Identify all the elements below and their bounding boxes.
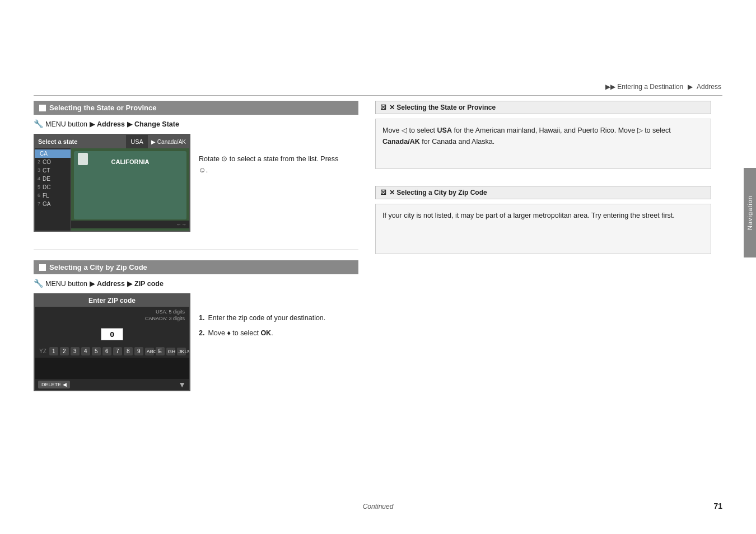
zip-key-5[interactable]: 5 bbox=[92, 347, 101, 355]
section2-path-text: MENU button ▶ Address ▶ ZIP code bbox=[45, 279, 164, 288]
address-label-2: Address bbox=[97, 280, 127, 288]
zip-key-7[interactable]: 7 bbox=[113, 347, 122, 355]
zip-keyboard: YZ 1 2 3 4 5 6 7 8 9 ABC E GH bbox=[35, 345, 189, 358]
state-num-3: 3 bbox=[38, 167, 40, 174]
zip-hint-usa: USA: 5 digits bbox=[39, 309, 185, 315]
state-item-ga[interactable]: 7 GA bbox=[35, 200, 71, 208]
breadcrumb-part2: Address bbox=[697, 83, 721, 91]
page-number: 71 bbox=[713, 502, 722, 510]
section2-title: Selecting a City by Zip Code bbox=[49, 263, 147, 271]
zip-key-jklm[interactable]: JKLM bbox=[177, 348, 186, 355]
breadcrumb-part1: ▶▶ Entering a Destination bbox=[605, 83, 683, 91]
zip-key-6[interactable]: 6 bbox=[102, 347, 111, 355]
state-label-ga: GA bbox=[43, 201, 50, 207]
right-section1-header: ☒ ✕ Selecting the State or Province bbox=[375, 101, 711, 114]
right-section1-content: Move ◁ to select USA for the American ma… bbox=[375, 119, 711, 169]
state-item-fl[interactable]: 6 FL bbox=[35, 191, 71, 200]
zip-screen-inner: Enter ZIP code USA: 5 digits CANADA: 3 d… bbox=[35, 294, 189, 390]
zip-scroll-cursor: ▼ bbox=[178, 380, 186, 389]
top-divider bbox=[34, 95, 722, 96]
step-1-text: Enter the zip code of your destination. bbox=[208, 313, 325, 324]
zip-key-3[interactable]: 3 bbox=[71, 347, 80, 355]
state-label-dc: DC bbox=[43, 184, 50, 190]
zip-key-1[interactable]: 1 bbox=[49, 347, 58, 355]
state-num-4: 4 bbox=[38, 176, 40, 182]
section1-path-text: MENU button ▶ Address ▶ Change State bbox=[45, 120, 179, 128]
section2-menu-path: 🔧 MENU button ▶ Address ▶ ZIP code bbox=[34, 279, 358, 288]
section-divider bbox=[34, 250, 358, 250]
state-screen-inner: Select a state USA ▶ Canada/AK bbox=[35, 135, 189, 231]
state-header-row: Select a state USA ▶ Canada/AK bbox=[35, 135, 189, 148]
breadcrumb: ▶▶ Entering a Destination ▶ Address bbox=[604, 83, 722, 91]
step-2: 2. Move ♦ to select OK. bbox=[199, 328, 344, 339]
wrench-icon-2: 🔧 bbox=[34, 279, 43, 288]
zip-label: ZIP code bbox=[134, 280, 164, 288]
right-section2-text: If your city is not listed, it may be pa… bbox=[382, 212, 675, 219]
zip-key-4[interactable]: 4 bbox=[81, 347, 90, 355]
state-list: CA 2 CO 3 CT bbox=[35, 148, 71, 231]
right-column: ☒ ✕ Selecting the State or Province Move… bbox=[375, 101, 711, 254]
zip-yz: YZ bbox=[38, 347, 48, 355]
main-content: Selecting the State or Province 🔧 MENU b… bbox=[34, 101, 711, 495]
navigation-side-tab: Navigation bbox=[744, 168, 756, 257]
usa-tab[interactable]: USA bbox=[126, 135, 148, 148]
state-item-ct[interactable]: 3 CT bbox=[35, 166, 71, 175]
state-screen: Select a state USA ▶ Canada/AK bbox=[34, 134, 190, 232]
section2-header: Selecting a City by Zip Code bbox=[34, 260, 358, 274]
zip-key-abc[interactable]: ABC bbox=[145, 348, 154, 355]
canada-tab[interactable]: ▶ Canada/AK bbox=[148, 135, 189, 148]
zip-key-8[interactable]: 8 bbox=[124, 347, 133, 355]
zip-hint-canada: CANADA: 3 digits bbox=[39, 316, 185, 321]
state-item-ca[interactable]: CA bbox=[35, 149, 71, 158]
map-bottom-bar: ←→ bbox=[71, 221, 189, 228]
map-scale: ←→ bbox=[176, 222, 186, 227]
state-item-de[interactable]: 4 DE bbox=[35, 175, 71, 183]
state-body: CA 2 CO 3 CT bbox=[35, 148, 189, 231]
state-label-ca: CA bbox=[40, 151, 48, 157]
side-tab-label: Navigation bbox=[746, 195, 753, 230]
press-icon: ☺ bbox=[199, 166, 206, 174]
section2: Selecting a City by Zip Code 🔧 MENU butt… bbox=[34, 260, 358, 405]
state-item-co[interactable]: 2 CO bbox=[35, 158, 71, 166]
step-2-text: Move ♦ to select OK. bbox=[208, 328, 273, 339]
section1: Selecting the State or Province 🔧 MENU b… bbox=[34, 101, 358, 237]
state-label-ct: CT bbox=[43, 167, 50, 174]
state-num-6: 6 bbox=[38, 193, 40, 199]
zip-title: Enter ZIP code bbox=[35, 294, 189, 307]
state-screen-title: Select a state bbox=[35, 138, 126, 145]
arrow-indicator: ▶ bbox=[151, 139, 156, 145]
state-num-7: 7 bbox=[38, 201, 40, 207]
right-section2-header: ☒ ✕ Selecting a City by Zip Code bbox=[375, 186, 711, 199]
section2-icon bbox=[39, 264, 46, 271]
step-1: 1. Enter the zip code of your destinatio… bbox=[199, 313, 344, 324]
address-label: Address bbox=[97, 120, 127, 128]
section1-title: Selecting the State or Province bbox=[49, 104, 156, 112]
state-label-co: CO bbox=[43, 159, 51, 165]
zip-display-area: 0 bbox=[35, 324, 189, 345]
state-item-dc[interactable]: 5 DC bbox=[35, 183, 71, 191]
section1-content: Select a state USA ▶ Canada/AK bbox=[34, 134, 358, 237]
zip-key-2[interactable]: 2 bbox=[60, 347, 69, 355]
section2-content: Enter ZIP code USA: 5 digits CANADA: 3 d… bbox=[34, 293, 358, 405]
x-icon-2: ☒ bbox=[380, 189, 386, 196]
section1-header: Selecting the State or Province bbox=[34, 101, 358, 115]
zip-delete-button[interactable]: DELETE ◀ bbox=[38, 381, 70, 388]
state-map: ←→ CALIFORNIA bbox=[71, 148, 189, 231]
zip-key-9[interactable]: 9 bbox=[134, 347, 143, 355]
right-section2-title: ✕ Selecting a City by Zip Code bbox=[389, 189, 487, 196]
arrow3: ▶ bbox=[90, 280, 95, 288]
arrow2: ▶ bbox=[127, 120, 133, 128]
wrench-icon: 🔧 bbox=[34, 119, 43, 128]
zip-key-e[interactable]: E bbox=[156, 347, 165, 355]
zip-display-value: 0 bbox=[101, 328, 123, 340]
state-label-de: DE bbox=[43, 176, 50, 182]
canada-label: Canada/AK bbox=[157, 139, 186, 145]
rotate-icon: ⊙ bbox=[221, 155, 227, 163]
right-section1: ☒ ✕ Selecting the State or Province Move… bbox=[375, 101, 711, 169]
section1-description: Rotate ⊙ to select a state from the list… bbox=[199, 153, 344, 176]
section1-icon bbox=[39, 105, 46, 111]
menu-btn-label: MENU button bbox=[45, 120, 90, 128]
zip-key-gh[interactable]: GH bbox=[166, 348, 175, 355]
right-section2-content: If your city is not listed, it may be pa… bbox=[375, 204, 711, 254]
breadcrumb-sep: ▶ bbox=[688, 83, 693, 91]
